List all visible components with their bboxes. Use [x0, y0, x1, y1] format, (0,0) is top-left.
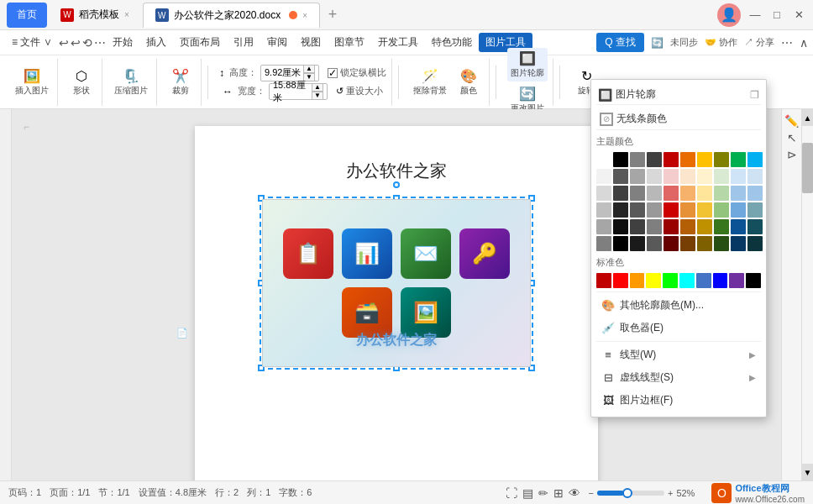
search-button[interactable]: Q 查找 — [596, 33, 644, 52]
std-color-cell[interactable] — [679, 273, 695, 288]
line-type-item[interactable]: ≡ 线型(W) ▶ — [596, 344, 761, 366]
color-cell[interactable] — [747, 219, 763, 234]
office-logo[interactable]: O Office教程网 www.Office26.com — [711, 482, 805, 504]
color-cell[interactable] — [647, 219, 662, 234]
color-cell[interactable] — [731, 152, 746, 167]
ribbon-special[interactable]: 特色功能 — [425, 32, 479, 53]
color-cell[interactable] — [664, 169, 679, 184]
color-cell[interactable] — [630, 202, 645, 218]
dashed-line-item[interactable]: ⊟ 虚线线型(S) ▶ — [596, 366, 761, 389]
color-cell[interactable] — [613, 219, 628, 234]
image-wrapper[interactable]: 📋 📊 ✉️ 🔑 🗃️ 🖼️ 办公软件之家 — [262, 199, 531, 367]
color-cell[interactable] — [613, 169, 628, 184]
color-cell[interactable] — [697, 152, 712, 167]
color-cell[interactable] — [714, 202, 729, 218]
more-colors-item[interactable]: 🎨 其他轮廓颜色(M)... — [596, 294, 761, 317]
scroll-track[interactable] — [802, 126, 813, 464]
close-button[interactable]: ✕ — [791, 8, 806, 23]
color-cell[interactable] — [680, 186, 695, 201]
add-tab-button[interactable]: + — [322, 4, 344, 26]
scroll-down-btn[interactable]: ▼ — [802, 464, 813, 480]
color-cell[interactable] — [630, 169, 645, 184]
ribbon-file[interactable]: ≡ 文件 ∨ — [5, 32, 59, 53]
color-cell[interactable] — [596, 186, 611, 201]
color-cell[interactable] — [647, 202, 662, 218]
color-cell[interactable] — [747, 169, 763, 184]
color-cell[interactable] — [613, 236, 628, 251]
insert-picture-button[interactable]: 🖼️ 插入图片 — [12, 66, 52, 99]
ribbon-insert[interactable]: 插入 — [139, 32, 173, 53]
minimize-button[interactable]: — — [747, 8, 763, 23]
color-cell[interactable] — [747, 186, 763, 201]
color-cell[interactable] — [747, 152, 763, 167]
color-cell[interactable] — [613, 186, 628, 201]
color-cell[interactable] — [714, 152, 729, 167]
no-outline-option[interactable]: ⊘ 无线条颜色 — [596, 108, 761, 130]
redo-btn[interactable]: ↩ — [71, 36, 81, 50]
std-color-cell[interactable] — [746, 273, 761, 288]
color-cell[interactable] — [664, 236, 679, 251]
color-cell[interactable] — [714, 186, 729, 201]
color-cell[interactable] — [680, 152, 695, 167]
tab-close-doc[interactable]: × — [302, 11, 307, 20]
tab-doc[interactable]: W 办公软件之家2020.docx × — [143, 3, 320, 28]
pic-border-item[interactable]: 🖼 图片边框(F) — [596, 389, 761, 412]
compress-button[interactable]: 🗜️ 压缩图片 — [111, 66, 151, 99]
color-cell[interactable] — [630, 219, 645, 234]
width-input[interactable]: 15.88厘米 ▲ ▼ — [269, 83, 328, 100]
color-cell[interactable] — [731, 186, 746, 201]
eye-btn[interactable]: 👁 — [569, 486, 580, 500]
collapse-btn[interactable]: ∧ — [800, 36, 808, 50]
std-color-cell[interactable] — [729, 273, 744, 288]
color-cell[interactable] — [731, 236, 746, 251]
height-up[interactable]: ▲ — [303, 65, 315, 73]
scroll-up-btn[interactable]: ▲ — [802, 109, 813, 126]
zoom-slider[interactable] — [597, 491, 664, 496]
color-cell[interactable] — [630, 152, 645, 167]
color-cell[interactable] — [596, 152, 611, 167]
arrow-icon[interactable]: ↖ — [787, 131, 797, 144]
share-btn[interactable]: ↗ 分享 — [744, 36, 774, 49]
std-color-cell[interactable] — [613, 273, 628, 288]
color-cell[interactable] — [697, 169, 712, 184]
color-cell[interactable] — [664, 186, 679, 201]
handle-rotate[interactable] — [393, 181, 400, 188]
color-cell[interactable] — [664, 219, 679, 234]
color-cell[interactable] — [647, 236, 662, 251]
extra-btn[interactable]: ⋯ — [94, 36, 106, 50]
view-btn[interactable]: ▤ — [522, 486, 533, 500]
popup-close[interactable]: ❐ — [750, 89, 759, 101]
color-cell[interactable] — [747, 202, 763, 218]
zoom-out-btn[interactable]: − — [589, 488, 594, 498]
more-btn[interactable]: ⋯ — [781, 36, 793, 50]
scroll-thumb[interactable] — [802, 143, 813, 193]
collab-btn[interactable]: 🤝 协作 — [705, 36, 737, 49]
maximize-button[interactable]: □ — [769, 8, 784, 23]
color-cell[interactable] — [697, 219, 712, 234]
color-cell[interactable] — [747, 236, 763, 251]
edit-btn[interactable]: ✏ — [538, 486, 548, 500]
color-cell[interactable] — [596, 236, 611, 251]
color-cell[interactable] — [697, 202, 712, 218]
ribbon-review[interactable]: 审阅 — [260, 32, 294, 53]
color-cell[interactable] — [596, 202, 611, 218]
color-cell[interactable] — [664, 152, 679, 167]
color-cell[interactable] — [680, 169, 695, 184]
std-color-cell[interactable] — [596, 273, 611, 288]
eyedropper-item[interactable]: 💉 取色器(E) — [596, 317, 761, 339]
ribbon-chapter[interactable]: 图章节 — [328, 32, 371, 53]
color-cell[interactable] — [647, 186, 662, 201]
color-cell[interactable] — [731, 219, 746, 234]
std-color-cell[interactable] — [713, 273, 728, 288]
color-cell[interactable] — [680, 236, 695, 251]
color-cell[interactable] — [680, 219, 695, 234]
tab-close-template[interactable]: × — [124, 10, 129, 19]
color-cell[interactable] — [647, 169, 662, 184]
doc-note[interactable]: 📄 — [176, 328, 188, 339]
width-down[interactable]: ▼ — [312, 92, 323, 100]
shape-button[interactable]: ⬡ 形状 — [66, 66, 97, 99]
color-cell[interactable] — [630, 236, 645, 251]
ribbon-dev[interactable]: 开发工具 — [371, 32, 425, 53]
color-cell[interactable] — [613, 152, 628, 167]
history-btn[interactable]: ⟲ — [82, 36, 92, 50]
